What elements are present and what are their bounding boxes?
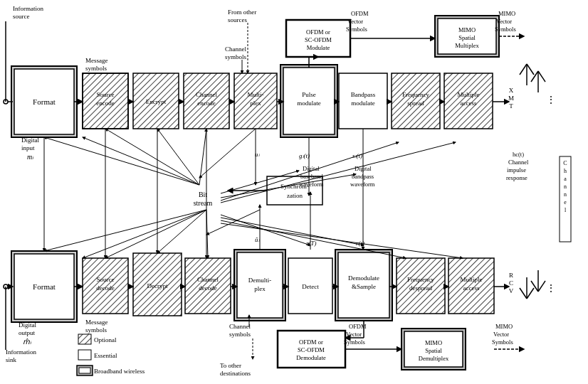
svg-text:symbols: symbols xyxy=(85,326,107,334)
freq-spread-label: Frequency xyxy=(402,91,429,98)
svg-text:input: input xyxy=(21,144,35,151)
msg-symbols-top: Message xyxy=(85,57,108,64)
svg-text:decode: decode xyxy=(199,284,216,292)
channel-label: C xyxy=(563,160,567,166)
svg-text:SC-OFDM: SC-OFDM xyxy=(298,346,325,353)
mimo-bot-label: MIMO xyxy=(425,339,442,346)
svg-text:a: a xyxy=(564,176,567,182)
svg-text:plex: plex xyxy=(250,100,261,107)
svg-text:Demultiplex: Demultiplex xyxy=(419,355,449,362)
svg-text:spread: spread xyxy=(407,100,424,107)
xmt-label: X xyxy=(509,87,514,94)
svg-text:Spatial: Spatial xyxy=(425,347,442,354)
legend-broadband: Broadband wireless xyxy=(94,368,145,375)
svg-text:modulate: modulate xyxy=(351,100,375,107)
svg-text:bandpass: bandpass xyxy=(352,173,374,180)
ui-hat-label: ûᵢ xyxy=(255,236,260,243)
svg-text:modulate: modulate xyxy=(297,100,321,107)
legend-essential: Essential xyxy=(94,352,117,359)
svg-text:encode: encode xyxy=(96,100,114,107)
channel-sym-bot: Channel xyxy=(229,323,251,330)
svg-text:response: response xyxy=(506,174,527,181)
to-other-dest: To other xyxy=(220,362,241,369)
svg-text:Modulate: Modulate xyxy=(307,44,330,51)
legend-optional: Optional xyxy=(94,336,117,343)
encrypt-label: Encrypt xyxy=(146,98,167,105)
svg-text:Vector: Vector xyxy=(493,331,509,338)
svg-text:sources: sources xyxy=(228,16,247,23)
mhat-label: m̂ᵢ xyxy=(23,338,32,346)
svg-text:Vector: Vector xyxy=(347,18,363,25)
msg-symbols-bot: Message xyxy=(85,319,108,326)
ofdm-vector-top: OFDM xyxy=(351,10,369,17)
svg-text:e: e xyxy=(564,199,567,206)
bandpass-mod-label: Bandpass xyxy=(351,91,376,98)
freq-despread-label: Frequency xyxy=(407,276,434,283)
svg-text:decode: decode xyxy=(96,284,114,292)
multiplex-label: Multi- xyxy=(247,91,263,98)
mimo-top-label: MIMO xyxy=(458,26,476,33)
source-decode-label: Source xyxy=(97,276,115,283)
svg-text:Multiplex: Multiplex xyxy=(455,42,479,49)
svg-text:h: h xyxy=(564,168,567,174)
channel-impulse-label: hc(t) xyxy=(513,151,524,158)
svg-rect-173 xyxy=(78,350,91,360)
svg-text:sink: sink xyxy=(6,356,17,363)
digital-output-label: Digital xyxy=(19,321,36,329)
format-top-label: Format xyxy=(33,97,56,106)
svg-text:symbols: symbols xyxy=(225,53,247,60)
svg-text:impulse: impulse xyxy=(507,166,526,174)
svg-text:Symbols: Symbols xyxy=(495,26,516,33)
mimo-vector-top: MIMO xyxy=(498,10,515,17)
svg-text:encode: encode xyxy=(197,100,215,107)
ui-label: uᵢ xyxy=(255,151,260,158)
demod-sample-label: Demodulate xyxy=(348,274,379,282)
svg-text:output: output xyxy=(19,329,36,336)
svg-text:stream: stream xyxy=(194,199,213,207)
digital-input-label: Digital xyxy=(21,137,39,144)
detect-label: Detect xyxy=(302,283,319,290)
rcv-label: R xyxy=(509,272,513,279)
info-sink-text: Information xyxy=(6,348,36,356)
svg-text:plex: plex xyxy=(254,285,266,292)
svg-text:symbols: symbols xyxy=(229,331,251,338)
mimo-vector-bot: MIMO xyxy=(495,323,513,330)
svg-text:Symbols: Symbols xyxy=(346,26,367,33)
svg-text:Symbols: Symbols xyxy=(492,338,513,346)
ofdm-bot-label: OFDM or xyxy=(299,338,323,346)
diagram-container: Format Source encode Encrypt Channel enc… xyxy=(0,0,588,384)
svg-text:Spatial: Spatial xyxy=(458,34,476,41)
pulse-mod-label: Pulse xyxy=(302,91,316,98)
svg-text:Vector: Vector xyxy=(346,331,362,338)
svg-text:n: n xyxy=(564,191,567,198)
source-encode-label: Source xyxy=(97,91,115,98)
svg-rect-175 xyxy=(79,368,90,373)
mi-label: mᵢ xyxy=(27,153,34,161)
dots-top: ⋮ xyxy=(546,95,556,105)
from-other-sources: From other xyxy=(228,9,256,16)
svg-text:access: access xyxy=(463,284,480,292)
zt-label: z(T) xyxy=(305,240,317,247)
svg-text:symbols: symbols xyxy=(85,65,107,72)
svg-text:SC-OFDM: SC-OFDM xyxy=(305,36,332,43)
svg-text:Symbols: Symbols xyxy=(344,338,365,346)
svg-text:V: V xyxy=(509,287,514,294)
decrypt-label: Decrypt xyxy=(147,282,168,289)
svg-text:source: source xyxy=(13,13,30,20)
channel-encode-label: Channel xyxy=(196,91,217,98)
svg-text:Channel: Channel xyxy=(508,159,529,166)
bit-stream-label: Bit xyxy=(199,191,207,198)
ofdm-top-label: OFDM or xyxy=(306,28,330,36)
svg-text:Vector: Vector xyxy=(496,18,512,25)
svg-text:C: C xyxy=(509,279,513,287)
multiple-access-top-label: Multiple xyxy=(458,91,480,98)
demultiplex-label: Demulti- xyxy=(248,277,272,284)
info-source-text: Information xyxy=(13,5,43,12)
svg-rect-172 xyxy=(78,334,91,344)
svg-text:access: access xyxy=(461,100,477,107)
svg-text:M: M xyxy=(508,95,514,102)
channel-sym-top: Channel xyxy=(225,46,246,53)
svg-text:despread: despread xyxy=(409,284,432,292)
dots-bot: ⋮ xyxy=(546,283,556,294)
svg-text:zation: zation xyxy=(287,192,303,199)
